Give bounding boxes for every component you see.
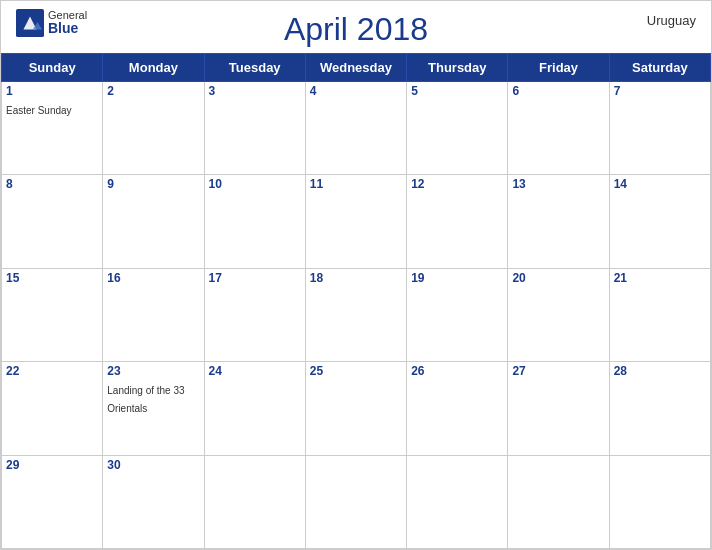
calendar-cell <box>204 455 305 548</box>
day-number: 14 <box>614 177 706 191</box>
calendar-cell <box>305 455 406 548</box>
logo: General Blue <box>16 9 87 37</box>
calendar-cell: 7 <box>609 82 710 175</box>
day-number: 26 <box>411 364 503 378</box>
col-saturday: Saturday <box>609 54 710 82</box>
day-number: 13 <box>512 177 604 191</box>
calendar-cell: 10 <box>204 175 305 268</box>
event-label: Easter Sunday <box>6 105 72 116</box>
calendar-cell: 19 <box>407 268 508 361</box>
day-number: 11 <box>310 177 402 191</box>
logo-text: General Blue <box>48 9 87 36</box>
calendar-cell <box>407 455 508 548</box>
calendar-cell: 2 <box>103 82 204 175</box>
calendar-cell: 16 <box>103 268 204 361</box>
day-number: 3 <box>209 84 301 98</box>
day-number: 5 <box>411 84 503 98</box>
day-number: 30 <box>107 458 199 472</box>
day-number: 22 <box>6 364 98 378</box>
col-tuesday: Tuesday <box>204 54 305 82</box>
week-row-2: 891011121314 <box>2 175 711 268</box>
calendar-cell: 23Landing of the 33 Orientals <box>103 362 204 455</box>
days-header-row: Sunday Monday Tuesday Wednesday Thursday… <box>2 54 711 82</box>
day-number: 6 <box>512 84 604 98</box>
calendar-cell: 12 <box>407 175 508 268</box>
day-number: 10 <box>209 177 301 191</box>
calendar-cell: 29 <box>2 455 103 548</box>
calendar-cell: 9 <box>103 175 204 268</box>
calendar-cell: 13 <box>508 175 609 268</box>
day-number: 16 <box>107 271 199 285</box>
day-number: 29 <box>6 458 98 472</box>
logo-blue-label: Blue <box>48 21 87 36</box>
day-number: 4 <box>310 84 402 98</box>
col-sunday: Sunday <box>2 54 103 82</box>
event-label: Landing of the 33 Orientals <box>107 385 184 414</box>
calendar-table: Sunday Monday Tuesday Wednesday Thursday… <box>1 53 711 549</box>
calendar-cell: 8 <box>2 175 103 268</box>
col-thursday: Thursday <box>407 54 508 82</box>
calendar-cell <box>609 455 710 548</box>
calendar-header: General Blue April 2018 Uruguay <box>1 1 711 53</box>
day-number: 27 <box>512 364 604 378</box>
day-number: 25 <box>310 364 402 378</box>
calendar-cell: 15 <box>2 268 103 361</box>
calendar-cell: 22 <box>2 362 103 455</box>
week-row-4: 2223Landing of the 33 Orientals242526272… <box>2 362 711 455</box>
calendar-cell: 17 <box>204 268 305 361</box>
week-row-3: 15161718192021 <box>2 268 711 361</box>
calendar-cell: 3 <box>204 82 305 175</box>
day-number: 20 <box>512 271 604 285</box>
calendar-cell: 20 <box>508 268 609 361</box>
calendar-cell: 21 <box>609 268 710 361</box>
calendar-cell: 27 <box>508 362 609 455</box>
day-number: 21 <box>614 271 706 285</box>
month-title: April 2018 <box>284 11 428 48</box>
calendar-cell: 1Easter Sunday <box>2 82 103 175</box>
calendar-cell: 28 <box>609 362 710 455</box>
calendar-cell: 25 <box>305 362 406 455</box>
calendar-cell: 30 <box>103 455 204 548</box>
week-row-5: 2930 <box>2 455 711 548</box>
calendar-wrapper: General Blue April 2018 Uruguay Sunday M… <box>0 0 712 550</box>
day-number: 19 <box>411 271 503 285</box>
day-number: 28 <box>614 364 706 378</box>
day-number: 7 <box>614 84 706 98</box>
day-number: 15 <box>6 271 98 285</box>
calendar-body: 1Easter Sunday23456789101112131415161718… <box>2 82 711 549</box>
country-label: Uruguay <box>647 13 696 28</box>
col-monday: Monday <box>103 54 204 82</box>
week-row-1: 1Easter Sunday234567 <box>2 82 711 175</box>
calendar-cell <box>508 455 609 548</box>
calendar-cell: 26 <box>407 362 508 455</box>
calendar-cell: 18 <box>305 268 406 361</box>
day-number: 8 <box>6 177 98 191</box>
day-number: 2 <box>107 84 199 98</box>
col-friday: Friday <box>508 54 609 82</box>
logo-icon <box>16 9 44 37</box>
day-number: 18 <box>310 271 402 285</box>
calendar-cell: 5 <box>407 82 508 175</box>
day-number: 1 <box>6 84 98 98</box>
calendar-cell: 24 <box>204 362 305 455</box>
col-wednesday: Wednesday <box>305 54 406 82</box>
day-number: 12 <box>411 177 503 191</box>
day-number: 9 <box>107 177 199 191</box>
day-number: 23 <box>107 364 199 378</box>
day-number: 24 <box>209 364 301 378</box>
calendar-cell: 6 <box>508 82 609 175</box>
calendar-cell: 4 <box>305 82 406 175</box>
calendar-cell: 11 <box>305 175 406 268</box>
calendar-cell: 14 <box>609 175 710 268</box>
day-number: 17 <box>209 271 301 285</box>
